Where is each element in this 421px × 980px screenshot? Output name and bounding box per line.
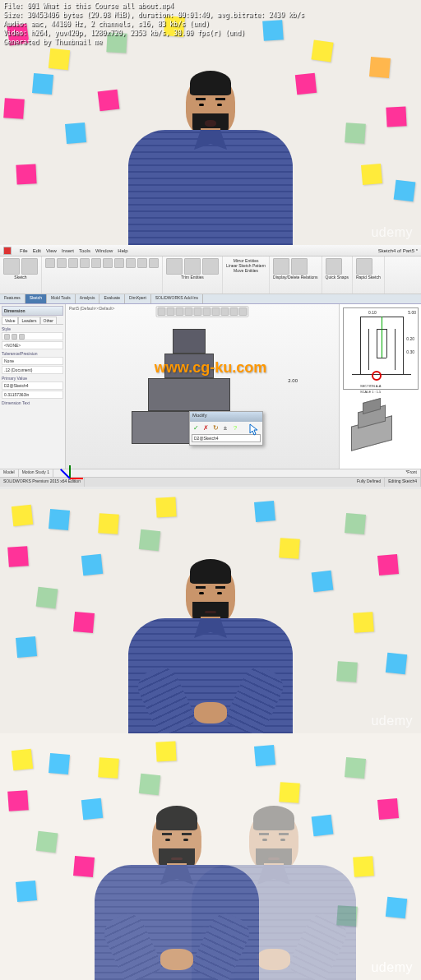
sketch-icon[interactable] [3,258,20,275]
presenter-figure [95,810,259,980]
video-frame-3: udemy [0,489,421,733]
trim-icon[interactable] [166,258,183,275]
status-editing: Editing Sketch4 [385,478,421,487]
rect-icon[interactable] [57,258,67,268]
tab-dimxpert[interactable]: DimXpert [125,294,151,303]
style-icon[interactable] [4,334,10,340]
watermark: www.cg-ku.com [155,358,266,376]
menu-tools[interactable]: Tools [79,248,90,253]
arc-icon[interactable] [80,258,90,268]
smart-dimension-icon[interactable] [21,258,38,275]
tab-addins[interactable]: SOLIDWORKS Add-Ins [151,294,203,303]
view-icon[interactable] [212,307,220,316]
menu-file[interactable]: File [20,248,28,253]
command-tabs: Features Sketch Mold Tools Analysis Eval… [0,294,421,304]
dim-500: 5.00 [408,310,416,315]
ribbon-relations: Display/Delete Relations [273,275,317,280]
video-metadata-overlay: File: 001 What is this Course all about.… [0,0,308,49]
scale-caption: SCALE 1 : 1.5 [360,390,381,394]
subtab-value[interactable]: Value [2,317,18,324]
tol-dropdown-1[interactable]: None [2,357,63,365]
dimension-label[interactable]: 2.00 [288,378,298,383]
meta-audio: Audio: aac, 44100 Hz, 2 channels, s16, 8… [3,20,304,29]
view-orientation: *Front [402,469,421,477]
presenter-figure [128,563,293,733]
status-defined: Fully Defined [354,478,385,487]
reference-panel: 0.10 5.00 0.20 0.30 SECTION A-A SCALE 1 … [339,304,421,469]
modify-title: Modify [192,413,207,421]
title-bar: File Edit View Insert Tools Window Help … [0,245,421,257]
tol-dropdown-2[interactable]: .12 (Document) [2,366,63,374]
breadcrumb: Part5 (Default<<Default> [69,306,114,311]
view-icon[interactable] [221,307,229,316]
poly-icon[interactable] [103,258,113,268]
menu-window[interactable]: Window [95,248,113,253]
view-icon[interactable] [176,307,184,316]
fillet-icon[interactable] [126,258,136,268]
point-icon[interactable] [149,258,159,268]
view-icon[interactable] [230,307,238,316]
view-icon[interactable] [167,307,175,316]
bottom-tab-model[interactable]: Model [0,469,19,477]
primary-value-input[interactable]: 0.31157363in [2,391,63,399]
flip-icon[interactable]: ± [221,423,229,432]
tab-analysis[interactable]: Analysis [76,294,100,303]
subtab-leaders[interactable]: Leaders [18,317,39,324]
ribbon-label-trim: Trim Entities [166,275,219,280]
view-icon[interactable] [185,307,193,316]
rebuild-icon[interactable]: ↻ [211,423,220,432]
style-icon[interactable] [12,334,17,340]
circle-icon[interactable] [68,258,78,268]
ribbon-rapid: Rapid Sketch [356,275,381,280]
view-icon[interactable] [239,307,248,316]
ribbon-move[interactable]: Move Entities [234,268,258,273]
spline-icon[interactable] [91,258,101,268]
primary-name-input[interactable]: D2@Sketch4 [2,381,63,390]
cancel-icon[interactable]: ✗ [201,423,210,432]
ribbon-label-sketch: Sketch [3,275,38,280]
viewport[interactable]: Part5 (Default<<Default> 2.00 Modify ✓ ✗… [66,304,339,469]
style-icon[interactable] [19,334,25,340]
style-dropdown[interactable]: <NONE> [2,341,63,349]
line-icon[interactable] [45,258,55,268]
tab-evaluate[interactable]: Evaluate [99,294,124,303]
solidworks-window: File Edit View Insert Tools Window Help … [0,245,421,489]
section-caption: SECTION A-A [360,384,381,388]
menu-help[interactable]: Help [118,248,127,253]
view-toolbar [156,306,249,317]
dimtext-label: Dimension Text [2,400,63,405]
ok-icon[interactable]: ✓ [192,423,200,432]
view-icon[interactable] [203,307,211,316]
rapidsketch-icon[interactable] [356,258,372,275]
property-panel: Dimension Value Leaders Other Style <NON… [0,304,66,469]
subtab-other[interactable]: Other [40,317,58,324]
view-icon[interactable] [194,307,202,316]
menu-insert[interactable]: Insert [62,248,74,253]
bottom-tab-motion[interactable]: Motion Study 1 [19,469,53,477]
relations-icon[interactable] [273,258,289,275]
tab-features[interactable]: Features [0,294,25,303]
slot-icon[interactable] [114,258,124,268]
help-icon[interactable]: ? [231,423,239,432]
ribbon: Sketch Trim Entities Mirror Entities Lin… [0,257,421,294]
offset-icon[interactable] [202,258,219,275]
isometric-preview [343,396,400,454]
tab-sketch[interactable]: Sketch [25,294,47,303]
tol-label: Tolerance/Precision [2,351,63,356]
udemy-logo: udemy [371,714,413,728]
meta-size: Size: 30453406 bytes (29.08 MiB), durati… [3,11,304,20]
modify-input[interactable]: D2@Sketch4 [192,434,261,442]
text-icon[interactable] [137,258,147,268]
primary-label: Primary Value [2,376,63,381]
style-label: Style [2,326,63,331]
quicksnaps-icon[interactable] [326,258,342,275]
document-title: Sketch4 of Part5 * [378,248,418,253]
menu-view[interactable]: View [46,248,57,253]
tab-mold[interactable]: Mold Tools [47,294,76,303]
dim-020: 0.20 [406,336,414,341]
menu-edit[interactable]: Edit [33,248,41,253]
repair-icon[interactable] [291,258,308,275]
view-icon[interactable] [158,307,166,316]
convert-icon[interactable] [184,258,201,275]
presenter-figure [128,75,293,245]
